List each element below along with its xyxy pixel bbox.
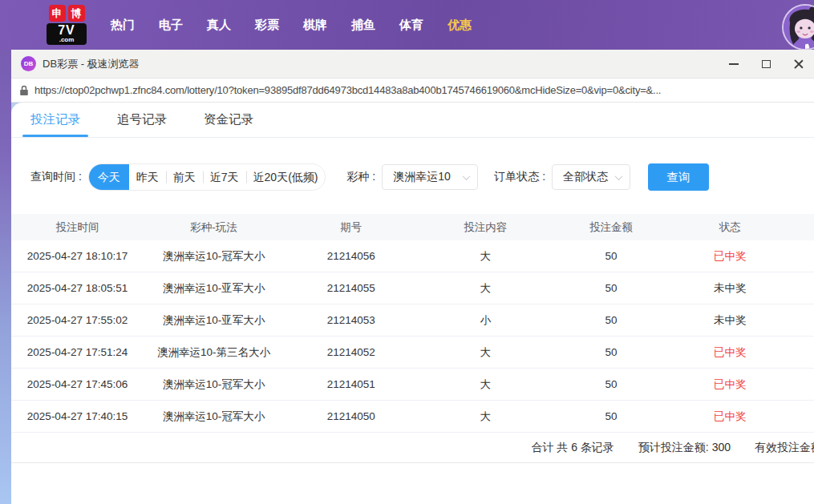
table-summary-row: 合计 共 6 条记录 预计投注金额: 300 有效投注金额 [11,433,814,463]
cell-issue-number: 21214056 [284,250,419,262]
cell-bet-amount: 50 [553,250,670,262]
table-header-row: 投注时间 彩种-玩法 期号 投注内容 投注金额 状态 [11,214,814,240]
cell-bet-content: 大 [419,345,553,360]
cell-issue-number: 21214050 [284,410,419,422]
record-tab[interactable]: 投注记录 [30,103,80,137]
order-status-select[interactable]: 全部状态 [552,164,630,190]
logo-badge-left: 申 [49,5,66,22]
table-row[interactable]: 2025-04-27 18:10:17 澳洲幸运10-冠军大小 21214056… [11,240,814,272]
lottery-select[interactable]: 澳洲幸运10 [382,164,478,190]
lock-icon [19,85,29,96]
site-header: 申 博 7V .com 热门 电子 真人 彩票 棋牌 捕鱼 体育 优惠 [0,0,814,50]
time-range-option[interactable]: 前天 [166,164,203,190]
logo-sub-text: .com [47,37,87,43]
table-header-cell: 期号 [284,220,419,235]
cell-status: 已中奖 [670,377,790,392]
user-avatar[interactable] [782,4,814,50]
summary-expected-amount: 预计投注金额: 300 [638,441,731,455]
summary-valid-amount: 有效投注金额 [755,441,814,455]
summary-total-records: 合计 共 6 条记录 [531,441,614,455]
lottery-filter-label: 彩种 : [346,170,375,184]
close-button[interactable] [782,50,814,79]
order-status-value: 全部状态 [563,170,608,184]
cell-status: 未中奖 [670,281,790,296]
cell-bet-content: 小 [419,313,553,328]
url-text[interactable]: https://ctop02pchwp1.zfnc84.com/lottery/… [34,84,661,96]
nav-item[interactable]: 优惠 [435,18,484,33]
cell-issue-number: 21214051 [284,378,419,390]
filter-bar: 查询时间 : 今天 昨天 前天 近7天 近20天(低频) 彩种 : [11,163,814,191]
minimize-button[interactable] [718,50,750,79]
window-controls [718,50,814,79]
logo-badge-right: 博 [68,5,85,22]
time-filter-label: 查询时间 : [30,170,82,184]
table-row[interactable]: 2025-04-27 17:51:24 澳洲幸运10-第三名大小 2121405… [11,337,814,369]
cell-status: 已中奖 [670,345,790,360]
time-range-option[interactable]: 昨天 [129,164,166,190]
cell-bet-amount: 50 [553,314,670,326]
record-tab[interactable]: 资金记录 [204,103,253,137]
nav-item[interactable]: 真人 [195,18,243,33]
table-row[interactable]: 2025-04-27 17:45:06 澳洲幸运10-冠军大小 21214051… [11,369,814,401]
table-header-cell: 投注内容 [419,220,553,235]
nav-item[interactable]: 体育 [387,18,435,33]
maximize-button[interactable] [750,50,782,79]
cell-bet-time: 2025-04-27 18:10:17 [11,250,144,262]
window-title: DB彩票 - 极速浏览器 [43,57,140,71]
cell-bet-amount: 50 [553,378,670,390]
cell-status: 未中奖 [670,313,790,328]
cell-lottery-play: 澳洲幸运10-亚军大小 [144,313,284,328]
minimize-icon [729,63,739,65]
table-row[interactable]: 2025-04-27 17:55:02 澳洲幸运10-亚军大小 21214053… [11,304,814,337]
time-range-option[interactable]: 近7天 [203,164,246,190]
cell-bet-amount: 50 [553,282,670,294]
cell-bet-content: 大 [419,281,553,296]
table-row[interactable]: 2025-04-27 17:40:15 澳洲幸运10-冠军大小 21214050… [11,401,814,433]
chevron-down-icon [615,172,623,180]
time-range-group: 今天 昨天 前天 近7天 近20天(低频) [88,163,326,191]
site-logo[interactable]: 申 博 7V .com [44,5,89,45]
close-icon [793,58,804,69]
window-title-bar[interactable]: DB DB彩票 - 极速浏览器 [11,50,814,79]
record-tab[interactable]: 追号记录 [117,103,167,137]
cell-bet-time: 2025-04-27 17:45:06 [11,378,144,390]
cell-status: 已中奖 [670,409,790,424]
chevron-down-icon [463,172,471,180]
time-range-option[interactable]: 近20天(低频) [246,164,326,190]
records-card: 投注记录 追号记录 资金记录 查询时间 : 今天 昨天 前天 [11,103,814,504]
table-header-cell: 投注金额 [553,220,670,235]
cell-issue-number: 21214052 [284,346,419,358]
table-header-cell: 状态 [670,220,790,235]
cell-bet-content: 大 [419,409,553,424]
nav-item[interactable]: 捕鱼 [339,18,387,33]
maximize-icon [762,60,771,68]
cell-issue-number: 21214053 [284,314,419,326]
cell-lottery-play: 澳洲幸运10-亚军大小 [144,281,284,296]
nav-item[interactable]: 热门 [99,18,147,33]
table-row[interactable]: 2025-04-27 18:05:51 澳洲幸运10-亚军大小 21214055… [11,272,814,304]
main-nav: 热门 电子 真人 彩票 棋牌 捕鱼 体育 优惠 [99,18,484,33]
time-range-option[interactable]: 今天 [89,163,129,191]
nav-item[interactable]: 彩票 [243,18,291,33]
page-content: 投注记录 追号记录 资金记录 查询时间 : 今天 昨天 前天 [11,103,814,504]
cell-issue-number: 21214055 [284,282,419,294]
cell-bet-time: 2025-04-27 17:51:24 [11,346,144,358]
cell-status: 已中奖 [670,249,790,264]
bet-records-table: 投注时间 彩种-玩法 期号 投注内容 投注金额 状态 2025-0 [11,214,814,463]
cell-bet-amount: 50 [553,346,670,358]
cell-lottery-play: 澳洲幸运10-冠军大小 [144,377,284,392]
address-bar[interactable]: https://ctop02pchwp1.zfnc84.com/lottery/… [11,79,814,103]
table-header-cell: 彩种-玩法 [144,220,284,235]
cell-lottery-play: 澳洲幸运10-冠军大小 [144,249,284,264]
nav-item[interactable]: 电子 [147,18,195,33]
nav-item[interactable]: 棋牌 [291,18,339,33]
order-status-label: 订单状态 : [494,170,545,184]
cell-bet-content: 大 [419,249,553,264]
browser-app-icon: DB [21,56,36,71]
cell-bet-content: 大 [419,377,553,392]
cell-bet-amount: 50 [553,410,670,422]
lottery-select-value: 澳洲幸运10 [393,170,451,184]
cell-bet-time: 2025-04-27 17:40:15 [11,410,144,422]
search-button[interactable]: 查询 [648,163,709,191]
cell-bet-time: 2025-04-27 17:55:02 [11,314,144,326]
